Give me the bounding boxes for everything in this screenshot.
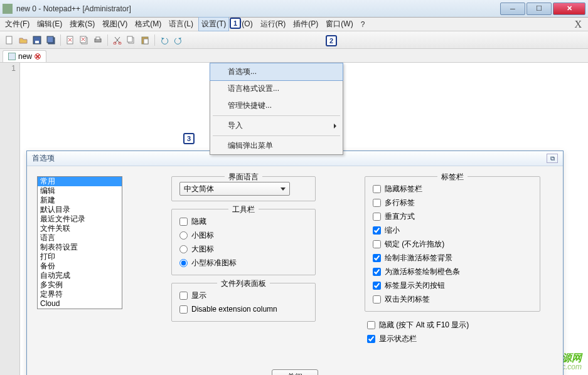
toolbar-std-radio[interactable]: 小型标准图标 [179, 256, 307, 270]
menu-import[interactable]: 导入 [210, 117, 343, 134]
svg-rect-2 [35, 41, 39, 43]
menu-separator [213, 135, 340, 136]
tab-new[interactable]: new [3, 50, 46, 62]
tabbar-active-check[interactable]: 为激活标签绘制橙色条 [373, 265, 532, 278]
dropdown-arrow-icon [281, 188, 286, 191]
toolbar [0, 31, 588, 49]
line-number: 1 [0, 64, 16, 73]
tabbar-lock-check[interactable]: 锁定 (不允许拖放) [373, 237, 532, 251]
fieldset-legend: 标签栏 [437, 172, 468, 182]
language-select[interactable]: 中文简体 [179, 182, 290, 196]
menu-plugins[interactable]: 插件(P) [291, 18, 321, 31]
menu-separator [213, 115, 340, 116]
tab-label: new [18, 52, 32, 61]
menu-edit[interactable]: 编辑(E) [35, 18, 65, 31]
save-all-icon[interactable] [45, 34, 56, 46]
dialog-close-icon[interactable]: ⧉ [547, 154, 558, 163]
callout-2: 2 [326, 35, 337, 46]
tabbar-shrink-check[interactable]: 缩小 [373, 223, 532, 237]
list-item[interactable]: 多实例 [38, 280, 122, 290]
menu-run[interactable]: 运行(R) [258, 18, 289, 31]
svg-rect-0 [6, 36, 12, 44]
menu-format[interactable]: 格式(M) [132, 18, 164, 31]
menu-language[interactable]: 语言(L) [166, 18, 196, 31]
close-file-icon[interactable] [65, 34, 76, 46]
close-button[interactable]: ✕ [553, 3, 585, 15]
tabbar-inactive-check[interactable]: 绘制非激活标签背景 [373, 251, 532, 265]
list-item[interactable]: Cloud [38, 299, 122, 309]
menubar: 文件(F) 编辑(E) 搜索(S) 视图(V) 格式(M) 语言(L) 设置(T… [0, 18, 588, 31]
category-listbox[interactable]: 常用 编辑 新建 默认目录 最近文件记录 文件关联 语言 制表符设置 打印 备份… [37, 176, 122, 309]
list-item[interactable]: 最近文件记录 [38, 214, 122, 224]
dialog-footer: 关闭 [27, 366, 563, 375]
tab-close-icon[interactable] [35, 53, 41, 60]
list-item[interactable]: 定界符 [38, 290, 122, 299]
maximize-button[interactable]: ☐ [527, 3, 552, 15]
tabbar-dblclick-check[interactable]: 双击关闭标签 [373, 292, 532, 306]
cut-icon[interactable] [112, 34, 123, 46]
svg-rect-15 [144, 39, 148, 44]
list-item[interactable]: 语言 [38, 233, 122, 243]
paste-icon[interactable] [139, 34, 151, 46]
menu-preferences[interactable]: 首选项... [210, 63, 343, 81]
list-item[interactable]: 新建 [38, 196, 122, 205]
list-item[interactable]: 编辑 [38, 186, 122, 196]
tabbar-closebtn-check[interactable]: 标签显示关闭按钮 [373, 278, 532, 292]
menu-hide-check[interactable]: 隐藏 (按下 Alt 或 F10 显示) [367, 318, 553, 332]
copy-icon[interactable] [126, 34, 137, 46]
menu-file[interactable]: 文件(F) [3, 18, 32, 31]
toolbar-fieldset: 工具栏 隐藏 小图标 大图标 小型标准图标 [171, 209, 316, 275]
dialog-close-button[interactable]: 关闭 [272, 369, 318, 376]
undo-icon[interactable] [159, 34, 170, 46]
list-item[interactable]: 备份 [38, 261, 122, 271]
mdi-close-icon[interactable]: X [574, 19, 585, 30]
fieldset-legend: 工具栏 [228, 204, 259, 215]
list-item[interactable]: 自动完成 [38, 271, 122, 280]
save-icon[interactable] [31, 34, 43, 46]
settings-dropdown: 首选项... 语言格式设置... 管理快捷键... 导入 编辑弹出菜单 [210, 63, 343, 155]
tabbar-hide-check[interactable]: 隐藏标签栏 [373, 182, 532, 196]
close-all-icon[interactable] [78, 34, 90, 46]
list-item[interactable]: 常用 [38, 177, 122, 186]
callout-3: 3 [183, 133, 195, 144]
toolbar-big-radio[interactable]: 大图标 [179, 242, 307, 256]
toolbar-small-radio[interactable]: 小图标 [179, 228, 307, 242]
svg-rect-13 [127, 36, 132, 42]
new-icon[interactable] [4, 34, 15, 46]
panel-disable-ext-check[interactable]: Disable extension column [179, 302, 307, 316]
redo-icon[interactable] [173, 34, 184, 46]
open-icon[interactable] [18, 34, 29, 46]
app-icon [3, 4, 13, 14]
menu-help[interactable]: ? [358, 19, 368, 30]
dialog-title-text: 首选项 [32, 153, 55, 164]
status-bar-check[interactable]: 显示状态栏 [367, 332, 553, 346]
print-icon[interactable] [92, 34, 104, 46]
toolbar-hide-check[interactable]: 隐藏 [179, 214, 307, 228]
fieldset-legend: 文件列表面板 [217, 278, 270, 289]
tabbar-fieldset: 标签栏 隐藏标签栏 多行标签 垂直方式 缩小 锁定 (不允许拖放) 绘制非激活标… [365, 176, 540, 312]
editor-area[interactable]: 1 首选项... 语言格式设置... 管理快捷键... 导入 编辑弹出菜单 首选… [0, 63, 588, 375]
menu-style-config[interactable]: 语言格式设置... [210, 80, 343, 97]
minimize-button[interactable]: ─ [500, 3, 525, 15]
panel-show-check[interactable]: 显示 [179, 288, 307, 302]
menu-shortcuts[interactable]: 管理快捷键... [210, 97, 343, 114]
menu-view[interactable]: 视图(V) [100, 18, 130, 31]
window-controls: ─ ☐ ✕ [500, 3, 585, 15]
panel-fieldset: 文件列表面板 显示 Disable extension column [171, 283, 316, 322]
list-item[interactable]: 默认目录 [38, 205, 122, 214]
language-fieldset: 界面语言 中文简体 [171, 176, 316, 201]
fieldset-legend: 界面语言 [225, 172, 262, 182]
menu-window[interactable]: 窗口(W) [323, 18, 355, 31]
menu-settings[interactable]: 设置(T) [198, 17, 229, 31]
menu-edit-popup[interactable]: 编辑弹出菜单 [210, 137, 343, 154]
tabbar-multi-check[interactable]: 多行标签 [373, 196, 532, 209]
select-value: 中文简体 [184, 184, 214, 194]
list-item[interactable]: 打印 [38, 252, 122, 261]
list-item[interactable]: 制表符设置 [38, 243, 122, 252]
list-item[interactable]: 其他 [38, 309, 122, 309]
menu-search[interactable]: 搜索(S) [67, 18, 97, 31]
titlebar: new 0 - Notepad++ [Administrator] ─ ☐ ✕ [0, 0, 588, 18]
tabbar-vertical-check[interactable]: 垂直方式 [373, 209, 532, 223]
list-item[interactable]: 文件关联 [38, 224, 122, 233]
preferences-dialog: 首选项 ⧉ 常用 编辑 新建 默认目录 最近文件记录 文件关联 语言 制表符设置… [26, 151, 564, 375]
